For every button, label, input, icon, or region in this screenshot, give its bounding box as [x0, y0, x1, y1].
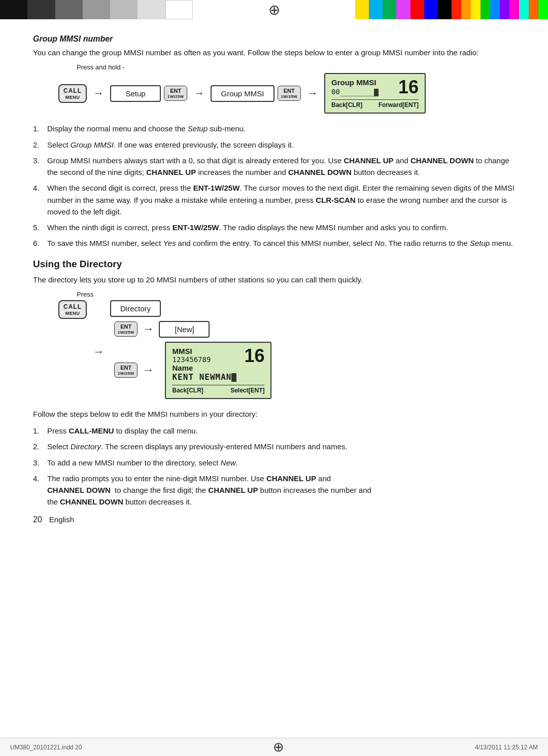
- ent-btn2-top-s1: ENT: [284, 88, 295, 94]
- page-number: 20: [33, 515, 42, 524]
- ent-btn2-top-s2: ENT: [120, 365, 131, 371]
- call-btn-bottom-s1: MENU: [65, 95, 80, 100]
- using-directory-intro: The directory lets you store up to 20 MM…: [33, 274, 515, 285]
- screen-forward-s1: Forward[ENT]: [379, 101, 419, 109]
- color-swatch-gray3: [110, 0, 138, 19]
- section1-steps: 1. Display the normal menu and choose th…: [33, 123, 515, 249]
- section-using-directory: Using the Directory The directory lets y…: [33, 259, 515, 508]
- screen-big-num-s2: 16: [239, 347, 264, 365]
- page-language: English: [49, 515, 74, 524]
- color-swatch-black2: [27, 0, 55, 19]
- page-content: Group MMSI number You can change the gro…: [0, 19, 548, 543]
- ent-btn1-s1[interactable]: ENT 1W/25W: [164, 86, 187, 101]
- color-swatch-c1: [452, 0, 461, 19]
- color-swatch-c3: [471, 0, 481, 19]
- section-group-mmsi: Group MMSI number You can change the gro…: [33, 34, 515, 249]
- new-menu-box: [New]: [159, 321, 210, 338]
- arrow2-s1: →: [193, 87, 204, 100]
- color-swatch-gray4: [138, 0, 165, 19]
- ent-btn2-s2[interactable]: ENT 1W/25W: [114, 363, 138, 378]
- color-swatch-gray1: [55, 0, 83, 19]
- arrow3-s1: →: [307, 87, 318, 100]
- step-1-s1: 1. Display the normal menu and choose th…: [33, 123, 515, 134]
- ent-btn1-bottom-s1: 1W/25W: [167, 94, 184, 99]
- color-swatch-cyan: [369, 0, 383, 19]
- ent-btn2-s1[interactable]: ENT 1W/25W: [278, 86, 301, 101]
- group-mmsi-heading: Group MMSI number: [33, 34, 515, 44]
- using-directory-heading: Using the Directory: [33, 259, 515, 270]
- ent-btn1-s2[interactable]: ENT 1W/25W: [114, 321, 138, 337]
- screen-mmsi-label-s2: MMSI: [172, 347, 236, 355]
- ent-btn1-bottom-s2: 1W/25W: [118, 330, 134, 335]
- ent-btn2-bottom-s2: 1W/25W: [118, 371, 134, 376]
- screen-display-s2: MMSI 123456789 Name KENT NEWMAN 16: [165, 342, 271, 399]
- screen-big-num-s1: 16: [393, 78, 419, 96]
- screen-name-label-s2: Name: [172, 364, 236, 372]
- group-mmsi-menu-box: Group MMSI: [211, 85, 274, 102]
- color-swatch-c5: [490, 0, 500, 19]
- color-swatch-red: [410, 0, 424, 19]
- step-2-s1: 2. Select Group MMSI. If one was entered…: [33, 139, 515, 151]
- call-menu-button-s1[interactable]: CALL MENU: [58, 84, 87, 103]
- step-4-s2: 4. The radio prompts you to enter the ni…: [33, 473, 515, 508]
- step-6-s1: 6. To save this MMSI number, select Yes …: [33, 237, 515, 249]
- press-hold-label: Press and hold -: [77, 63, 515, 71]
- followup-text: Follow the steps below to edit the MMSI …: [33, 408, 515, 420]
- step-4-s1: 4. When the second digit is correct, pre…: [33, 182, 515, 218]
- color-swatch-black1: [0, 0, 27, 19]
- color-swatch-c4: [481, 0, 490, 19]
- color-swatch-c8: [519, 0, 529, 19]
- color-swatch-black3: [438, 0, 452, 19]
- step-3-s1: 3. Group MMSI numbers always start with …: [33, 155, 515, 178]
- screen-back-s2: Back[CLR]: [172, 387, 203, 394]
- cursor-s2: [231, 373, 236, 382]
- color-swatch-white: [165, 0, 193, 19]
- color-swatch-magenta: [396, 0, 410, 19]
- step-1-s2: 1. Press CALL-MENU to display the call m…: [33, 425, 515, 437]
- footer-bar: UM380_20101221.indd 20 ⊕ 4/13/2011 11:25…: [0, 738, 548, 756]
- setup-menu-box: Setup: [110, 85, 161, 102]
- call-btn-bottom-s2: MENU: [65, 311, 80, 316]
- screen-entry-s1: 00________: [331, 88, 379, 96]
- color-swatch-c2: [461, 0, 471, 19]
- group-mmsi-intro: You can change the group MMSI number as …: [33, 47, 515, 58]
- directory-menu-box: Directory: [110, 300, 161, 317]
- call-menu-button-s2[interactable]: CALL MENU: [58, 300, 87, 319]
- screen-select-s2: Select[ENT]: [230, 387, 264, 394]
- screen-display-s1: Group MMSI 00________ 16 Back[CLR] Forwa…: [324, 73, 426, 114]
- color-swatch-c7: [509, 0, 519, 19]
- arrow1-s1: →: [93, 87, 104, 100]
- color-swatch-gray2: [83, 0, 110, 19]
- cursor-s1: [374, 89, 379, 96]
- ent-btn1-top-s2: ENT: [120, 323, 131, 330]
- arrow2-s2: →: [143, 322, 154, 336]
- color-swatch-green: [383, 0, 396, 19]
- screen-mmsi-num-s2: 123456789: [172, 355, 236, 364]
- screen-title-s1: Group MMSI: [331, 78, 379, 87]
- call-btn-top-s2: CALL: [63, 303, 82, 310]
- color-swatch-blue: [424, 0, 438, 19]
- arrow1-s2: →: [93, 345, 104, 358]
- step-3-s2: 3. To add a new MMSI number to the direc…: [33, 457, 515, 469]
- footer-file-info: UM380_20101221.indd 20: [10, 744, 82, 751]
- top-color-bar: ⊕: [0, 0, 548, 19]
- call-btn-top-s1: CALL: [63, 87, 82, 94]
- color-swatch-c9: [529, 0, 538, 19]
- step-2-s2: 2. Select Directory. The screen displays…: [33, 441, 515, 452]
- arrow3-s2: →: [143, 364, 154, 377]
- footer-date-info: 4/13/2011 11:25:12 AM: [475, 744, 538, 751]
- crosshair-icon-top: ⊕: [268, 2, 280, 18]
- step-5-s1: 5. When the ninth digit is correct, pres…: [33, 222, 515, 233]
- color-swatch-c6: [500, 0, 509, 19]
- screen-back-s1: Back[CLR]: [331, 101, 362, 109]
- page-number-area: 20 English: [33, 515, 515, 524]
- color-swatch-c10: [538, 0, 548, 19]
- section2-steps: 1. Press CALL-MENU to display the call m…: [33, 425, 515, 508]
- press-label-s2: Press: [77, 291, 515, 298]
- crosshair-icon-bottom: ⊕: [273, 739, 284, 755]
- color-swatch-yellow: [355, 0, 369, 19]
- ent-btn1-top-s1: ENT: [170, 88, 181, 94]
- ent-btn2-bottom-s1: 1W/25W: [281, 94, 297, 99]
- screen-name-val-s2: KENT NEWMAN: [172, 372, 236, 382]
